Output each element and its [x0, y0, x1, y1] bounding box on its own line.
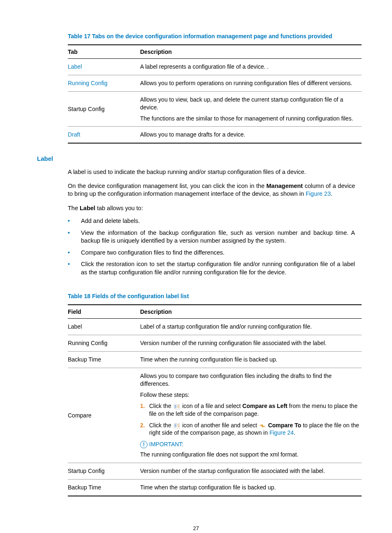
label-intro-2: On the device configuration management l…	[68, 182, 355, 198]
table-row: Running Config Allows you to perform ope…	[68, 75, 362, 91]
label-bullet-list: Add and delete labels. View the informat…	[68, 217, 355, 276]
table17-header-desc: Description	[140, 45, 362, 59]
table-row: Running Config Version number of the run…	[68, 335, 362, 352]
field-desc: Time when the startup configuration file…	[140, 480, 362, 496]
table17-desc: Allows you to manage drafts for a device…	[140, 127, 362, 143]
table-row: Label Label of a startup configuration f…	[68, 319, 362, 335]
list-item: Add and delete labels.	[68, 217, 355, 225]
step-1: Click the icon of a file and select Comp…	[140, 402, 359, 418]
svg-rect-2	[174, 406, 176, 407]
table18: Field Description Label Label of a start…	[68, 304, 362, 496]
table-row: Compare Allows you to compare two config…	[68, 368, 362, 463]
list-item: Click the restoration icon to set the st…	[68, 260, 355, 276]
compare-menu-icon	[174, 404, 180, 409]
svg-rect-7	[174, 423, 180, 429]
svg-rect-0	[174, 404, 180, 410]
table-row: Draft Allows you to manage drafts for a …	[68, 127, 362, 143]
field-desc: Version number of the running configurat…	[140, 335, 362, 352]
svg-rect-10	[174, 426, 176, 427]
table18-header-desc: Description	[140, 305, 362, 319]
svg-rect-5	[177, 406, 179, 407]
svg-rect-3	[174, 408, 176, 408]
field-label: Backup Time	[68, 480, 140, 496]
table17-desc: A label represents a configuration file …	[140, 59, 362, 75]
important-text: The running configuration file does not …	[140, 451, 359, 459]
label-intro-3: The Label tab allows you to:	[68, 204, 355, 213]
svg-rect-8	[174, 424, 176, 424]
table17-caption: Table 17 Tabs on the device configuratio…	[68, 33, 355, 39]
important-icon: !	[140, 441, 148, 448]
table18-caption: Table 18 Fields of the configuration lab…	[68, 293, 355, 299]
table-row: Backup Time Time when the startup config…	[68, 480, 362, 496]
step-2: Click the icon of another file and selec…	[140, 422, 359, 437]
section-heading-label: Label	[37, 155, 355, 162]
compare-menu-icon	[174, 423, 180, 428]
svg-rect-13	[177, 426, 179, 427]
field-label: Running Config	[68, 335, 140, 352]
field-label: Compare	[68, 368, 140, 463]
link-running-config-tab[interactable]: Running Config	[68, 80, 108, 86]
important-label: IMPORTANT:	[149, 440, 184, 448]
field-label: Startup Config	[68, 463, 140, 480]
page: Table 17 Tabs on the device configuratio…	[0, 0, 392, 533]
field-label: Backup Time	[68, 352, 140, 368]
field-label: Label	[68, 319, 140, 335]
compare-to-icon	[259, 423, 265, 428]
field-desc-compare: Allows you to compare two configuration …	[140, 368, 362, 463]
field-desc: Version number of the startup configurat…	[140, 463, 362, 480]
table17-desc: Allows you to view, back up, and delete …	[140, 91, 362, 127]
link-figure-23[interactable]: Figure 23	[306, 190, 331, 197]
svg-rect-1	[174, 405, 176, 406]
table18-header-field: Field	[68, 305, 140, 319]
startup-config-label: Startup Config	[68, 91, 140, 127]
table-row: Startup Config Allows you to view, back …	[68, 91, 362, 127]
table17: Tab Description Label A label represents…	[68, 44, 362, 144]
svg-rect-12	[177, 425, 179, 426]
table-row: Label A label represents a configuration…	[68, 59, 362, 75]
table-row: Backup Time Time when the running config…	[68, 352, 362, 368]
link-label-tab[interactable]: Label	[68, 63, 82, 70]
compare-steps: Click the icon of a file and select Comp…	[140, 402, 359, 437]
svg-rect-9	[174, 425, 176, 426]
svg-rect-4	[177, 405, 179, 406]
important-callout: ! IMPORTANT:	[140, 440, 359, 448]
page-number: 27	[37, 525, 355, 531]
link-figure-24[interactable]: Figure 24	[270, 429, 294, 436]
field-desc: Time when the running configuration file…	[140, 352, 362, 368]
link-draft-tab[interactable]: Draft	[68, 131, 80, 138]
field-desc: Label of a startup configuration file an…	[140, 319, 362, 335]
table17-header-tab: Tab	[68, 45, 140, 59]
svg-rect-11	[177, 424, 179, 424]
svg-rect-6	[177, 408, 179, 408]
list-item: View the information of the backup confi…	[68, 229, 355, 245]
table17-desc: Allows you to perform operations on runn…	[140, 75, 362, 91]
label-intro-1: A label is used to indicate the backup r…	[68, 168, 355, 176]
list-item: Compare two configuration files to find …	[68, 249, 355, 257]
table-row: Startup Config Version number of the sta…	[68, 463, 362, 480]
